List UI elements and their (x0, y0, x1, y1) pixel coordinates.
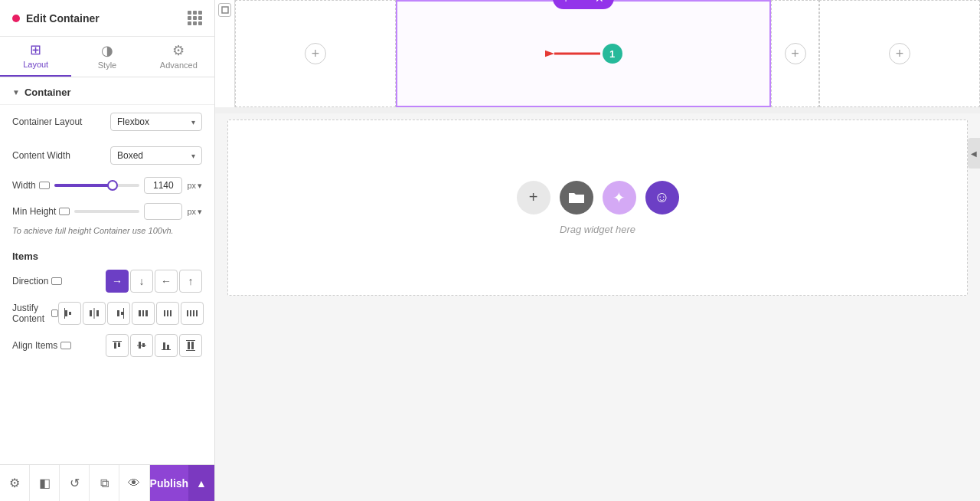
svg-rect-1 (69, 312, 71, 315)
min-height-label: Min Height (12, 206, 70, 217)
corner-handle[interactable] (218, 3, 231, 17)
svg-rect-2 (64, 308, 65, 319)
sidebar: Edit Container ⊞ Layout ◑ Style ⚙ Advanc… (0, 0, 215, 501)
tab-advanced-label: Advanced (160, 61, 198, 70)
align-middle-btn[interactable] (130, 334, 153, 357)
svg-rect-26 (163, 342, 165, 349)
direction-left-btn[interactable]: ← (155, 270, 178, 293)
width-input[interactable] (144, 177, 182, 194)
style-icon: ◑ (101, 44, 113, 57)
tab-style-label: Style (98, 61, 116, 70)
unit2-chevron-icon: ▾ (198, 207, 202, 217)
drag-area-wrapper: + ✦ ☺ Drag widget here (227, 120, 968, 296)
svg-rect-24 (142, 343, 145, 347)
align-bottom-btn[interactable] (155, 334, 178, 357)
justify-center-btn[interactable] (83, 302, 106, 325)
duplicate-icon-btn[interactable]: ⧉ (90, 465, 119, 501)
settings-icon-btn[interactable]: ⚙ (0, 465, 30, 501)
step-badge: 1 (603, 44, 622, 64)
grid-icon[interactable] (188, 11, 202, 25)
svg-rect-22 (137, 345, 146, 346)
canvas-top-row: + + ✕ (215, 0, 980, 107)
drag-text: Drag widget here (560, 224, 635, 235)
justify-start-btn[interactable] (58, 302, 81, 325)
direction-down-btn[interactable]: ↓ (130, 270, 153, 293)
min-height-input[interactable] (144, 203, 182, 220)
content-width-select[interactable]: Boxed ▾ (110, 146, 202, 165)
monitor4-icon (51, 309, 58, 317)
justify-space-around-btn[interactable] (156, 302, 179, 325)
svg-rect-0 (65, 310, 67, 316)
drag-smiley-btn[interactable]: ☺ (645, 181, 679, 214)
justify-label: Justify Content (12, 303, 58, 324)
align-row: Align Items (0, 329, 214, 362)
sidebar-header: Edit Container (0, 0, 214, 37)
add-widget-btn-3[interactable]: + (785, 43, 806, 64)
canvas-separator (215, 107, 980, 113)
min-height-unit[interactable]: px ▾ (187, 207, 202, 217)
tab-style[interactable]: ◑ Style (71, 37, 142, 77)
chevron-up-btn[interactable]: ▲ (188, 465, 214, 501)
select-arrow-icon: ▾ (191, 118, 195, 126)
direction-buttons: → ↓ ← ↑ (106, 270, 202, 293)
container-layout-select[interactable]: Flexbox ▾ (110, 113, 202, 131)
svg-rect-6 (117, 310, 119, 316)
svg-rect-25 (162, 349, 171, 350)
align-stretch-btn[interactable] (179, 334, 202, 357)
width-slider[interactable] (54, 184, 140, 187)
container-box-2-selected[interactable]: + ✕ 1 (396, 0, 771, 107)
justify-row: Justify Content (0, 297, 214, 329)
svg-rect-14 (170, 310, 172, 316)
drag-action-buttons: + ✦ ☺ (517, 181, 679, 214)
add-widget-btn-1[interactable]: + (305, 43, 326, 64)
collapse-handle[interactable]: ◀ (968, 138, 980, 169)
width-unit[interactable]: px ▾ (187, 181, 202, 191)
canvas-area: + + ✕ (215, 0, 980, 501)
container-box-3: + (771, 0, 819, 107)
drag-folder-btn[interactable] (560, 181, 593, 214)
container-section-title: Container (24, 87, 71, 98)
tab-advanced[interactable]: ⚙ Advanced (143, 37, 214, 77)
svg-rect-12 (164, 310, 165, 316)
toolbar-close-btn[interactable]: ✕ (593, 0, 606, 6)
tab-layout[interactable]: ⊞ Layout (0, 37, 71, 77)
drag-magic-btn[interactable]: ✦ (603, 181, 636, 214)
direction-label: Direction (12, 276, 62, 287)
justify-end-btn[interactable] (107, 302, 130, 325)
direction-right-btn[interactable]: → (106, 270, 129, 293)
add-widget-btn-4[interactable]: + (889, 43, 910, 64)
justify-space-between-btn[interactable] (132, 302, 155, 325)
svg-rect-10 (142, 310, 144, 316)
justify-space-evenly-btn[interactable] (181, 302, 204, 325)
svg-rect-27 (167, 345, 169, 349)
edge-panel (215, 0, 235, 107)
sidebar-bottom: ⚙ ◧ ↺ ⧉ 👁 Publish ▲ (0, 464, 214, 501)
container-box-4: + (819, 0, 980, 107)
svg-rect-9 (139, 310, 141, 316)
min-height-slider[interactable] (74, 210, 139, 213)
history-icon-btn[interactable]: ↺ (60, 465, 90, 501)
svg-rect-8 (123, 308, 124, 319)
svg-rect-3 (90, 310, 92, 316)
publish-button[interactable]: Publish (150, 465, 189, 501)
min-height-row: Min Height px ▾ (0, 198, 214, 224)
layers-icon-btn[interactable]: ◧ (30, 465, 60, 501)
svg-rect-5 (94, 308, 95, 319)
align-top-btn[interactable] (106, 334, 129, 357)
eye-icon-btn[interactable]: 👁 (119, 465, 149, 501)
drag-container[interactable]: + ✦ ☺ Drag widget here (227, 120, 968, 296)
layout-icon: ⊞ (30, 43, 41, 57)
red-arrow-icon (545, 42, 603, 65)
drag-plus-btn[interactable]: + (517, 181, 550, 214)
svg-rect-29 (186, 350, 195, 351)
tabs-bar: ⊞ Layout ◑ Style ⚙ Advanced (0, 37, 214, 77)
container-box-1: + (235, 0, 396, 107)
toolbar-plus-btn[interactable]: + (560, 0, 571, 6)
svg-rect-7 (121, 312, 123, 315)
direction-up-btn[interactable]: ↑ (179, 270, 202, 293)
svg-rect-23 (139, 342, 141, 349)
toolbar-grid-btn[interactable] (574, 0, 590, 5)
justify-buttons (58, 302, 204, 325)
monitor3-icon (51, 277, 62, 285)
unit-chevron-icon: ▾ (198, 181, 202, 191)
